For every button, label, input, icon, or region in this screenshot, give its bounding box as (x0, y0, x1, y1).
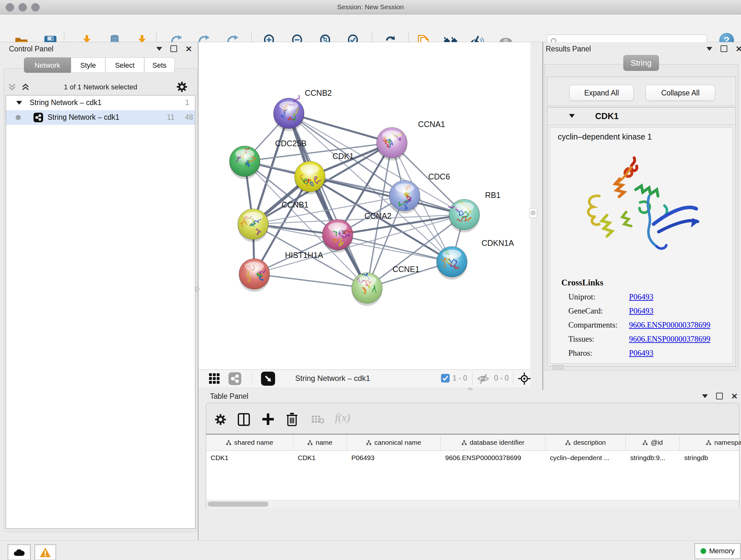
protein-node[interactable]: RB1 (448, 191, 501, 233)
tissues-link[interactable]: 9606.ENSP00000378699 (629, 334, 711, 343)
network-node-count: 11 (154, 113, 175, 122)
pharos-link[interactable]: P06493 (629, 349, 653, 357)
crosslinks-title: CrossLinks (561, 278, 603, 288)
table-cell[interactable]: stringdb:9... (626, 454, 680, 462)
panel-maximize-icon[interactable] (721, 45, 727, 52)
uniprot-link[interactable]: P06493 (629, 293, 653, 301)
string-view-icon[interactable] (228, 372, 241, 385)
column-header-description[interactable]: description (545, 435, 626, 450)
table-cell[interactable]: cyclin–dependent ... (545, 454, 626, 462)
network-canvas[interactable]: CCNB2CCNA1CDC25BCDK1CDC6RB1CCNB1CCNA2CDK… (199, 42, 530, 369)
function-builder-button-disabled: f(x) (335, 412, 350, 424)
selected-checkbox[interactable] (441, 374, 450, 382)
memory-button[interactable]: Memory (694, 543, 741, 559)
scrollbar-nub[interactable] (552, 365, 564, 369)
table-settings-gear-icon[interactable] (214, 414, 226, 426)
column-header-database-identifier[interactable]: database identifier (441, 435, 545, 450)
add-column-icon[interactable] (262, 413, 274, 426)
protein-node[interactable]: HIST1H1A (239, 251, 323, 292)
show-columns-icon[interactable] (238, 413, 250, 426)
status-bar: Memory (0, 540, 741, 560)
card-collapse-icon[interactable] (569, 114, 575, 118)
toolbar-separator (472, 372, 473, 385)
table-cell[interactable]: 9606.ENSP00000378699 (441, 454, 545, 462)
splitter-handle[interactable] (195, 287, 199, 292)
hidden-eye-slash-icon[interactable] (477, 373, 489, 384)
collapse-all-button[interactable]: Collapse All (646, 85, 715, 101)
node-description: cyclin–dependent kinase 1 (558, 132, 652, 141)
panel-float-icon[interactable] (706, 47, 712, 51)
protein-node[interactable]: CCNB2 (273, 88, 332, 131)
column-header-name[interactable]: name (293, 435, 347, 450)
memory-label: Memory (709, 547, 734, 555)
tab-select[interactable]: Select (105, 57, 144, 73)
crosslinks-labels: Uniprot: GeneCard: Compartments: Tissues… (568, 290, 617, 360)
cloud-icon (13, 548, 25, 557)
cloud-status-button[interactable] (8, 544, 30, 560)
column-header-shared-name[interactable]: shared name (206, 435, 293, 450)
node-label: RB1 (485, 191, 501, 199)
table-row[interactable]: CDK1CDK1P064939606.ENSP00000378699cyclin… (206, 451, 739, 465)
column-header--id[interactable]: @id (626, 435, 680, 450)
protein-node[interactable]: CDKN1A (436, 239, 514, 280)
selected-count: 1 - 0 (453, 374, 467, 382)
window-title: Session: New Session (0, 0, 741, 14)
node-name: CDK1 (595, 111, 619, 121)
toolbar-separator (252, 372, 253, 385)
crosslink-label: Uniprot: (568, 290, 617, 304)
grid-view-icon[interactable] (209, 373, 220, 384)
tab-style[interactable]: Style (71, 57, 105, 73)
node-label: CDKN1A (482, 239, 514, 247)
panel-close-icon[interactable]: ✕ (736, 46, 741, 52)
collection-expand-icon[interactable] (16, 101, 22, 105)
protein-node[interactable]: CCNA1 (377, 120, 445, 161)
panel-maximize-icon[interactable] (171, 45, 177, 52)
network-list: String Network – cdk1 1 String Network –… (6, 95, 195, 529)
table-cell[interactable]: stringdb (680, 454, 741, 462)
protein-node[interactable]: CCNE1 (352, 265, 420, 306)
node-card-header[interactable]: CDK1 (547, 108, 736, 125)
column-header-canonical-name[interactable]: canonical name (347, 435, 441, 450)
canvas-gutter (530, 42, 542, 369)
panel-float-icon[interactable] (702, 394, 708, 398)
collection-row[interactable]: String Network – cdk1 1 (6, 96, 195, 110)
network-view-title: String Network – cdk1 (295, 374, 370, 383)
network-row-selected[interactable]: String Network – cdk1 11 48 (6, 110, 195, 125)
splitter-handle-button[interactable] (529, 208, 537, 218)
panel-close-icon[interactable]: ✕ (185, 46, 192, 52)
warning-status-button[interactable] (35, 544, 56, 560)
network-edge-count: 48 (175, 113, 193, 122)
column-grip-icon (307, 440, 313, 445)
genecard-link[interactable]: P06493 (629, 307, 653, 315)
column-header-namespace[interactable]: namespace (680, 435, 741, 450)
node-label: CDC25B (275, 139, 307, 148)
table-cell[interactable]: CDK1 (293, 454, 347, 462)
compartments-link[interactable]: 9606.ENSP00000378699 (629, 320, 711, 329)
scrollbar-thumb[interactable] (208, 502, 268, 507)
string-network-graph[interactable]: CCNB2CCNA1CDC25BCDK1CDC6RB1CCNB1CCNA2CDK… (199, 42, 530, 369)
node-label: CCNA2 (364, 211, 392, 220)
column-grip-icon (366, 440, 372, 445)
expand-collapse-bar: Expand All Collapse All (547, 77, 736, 106)
control-panel-title: Control Panel (9, 45, 53, 53)
horizontal-scrollbar[interactable] (206, 500, 739, 509)
table-cell[interactable]: CDK1 (206, 454, 293, 462)
cytoscape-window: Session: New Session (0, 0, 741, 560)
tab-sets[interactable]: Sets (144, 57, 175, 73)
tab-network[interactable]: Network (24, 57, 71, 73)
tab-string[interactable]: String (623, 55, 659, 71)
panel-maximize-icon[interactable] (716, 393, 723, 399)
title-bar: Session: New Session (0, 0, 741, 14)
control-panel: Control Panel ✕ Network Style Select Set… (0, 42, 198, 540)
birdseye-view-icon[interactable] (261, 372, 275, 386)
node-card-body: cyclin–dependent kinase 1 (550, 127, 733, 364)
expand-all-button[interactable]: Expand All (569, 85, 634, 101)
panel-float-icon[interactable] (156, 47, 162, 51)
panel-close-icon[interactable]: ✕ (731, 393, 738, 399)
table-container: f(x) shared namenamecanonical namedataba… (206, 403, 739, 508)
node-label: CCNE1 (393, 265, 420, 273)
network-options-gear-icon[interactable] (176, 81, 188, 92)
fit-content-crosshair-icon[interactable] (518, 372, 531, 385)
delete-column-icon[interactable] (286, 412, 298, 426)
table-cell[interactable]: P06493 (347, 454, 441, 462)
